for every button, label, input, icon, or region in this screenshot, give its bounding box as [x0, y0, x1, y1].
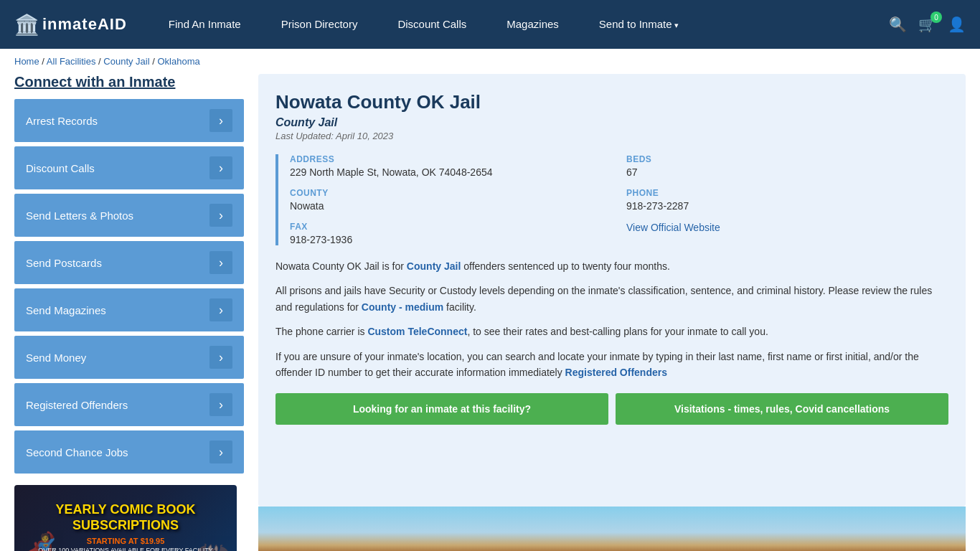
- site-header: 🏛️ inmateAID Find An Inmate Prison Direc…: [0, 0, 980, 49]
- arrow-icon-discount-calls: ›: [209, 156, 232, 179]
- header-icons: 🔍 🛒 0 👤: [889, 16, 966, 33]
- sidebar-label-send-magazines: Send Magazines: [26, 304, 106, 316]
- breadcrumb-state[interactable]: Oklahoma: [157, 56, 199, 67]
- phone-label: PHONE: [626, 188, 948, 198]
- main-layout: Connect with an Inmate Arrest Records › …: [0, 74, 980, 551]
- fax-value: 918-273-1936: [290, 234, 612, 245]
- sidebar-label-second-chance-jobs: Second Chance Jobs: [26, 446, 128, 458]
- phone-value: 918-273-2287: [626, 200, 948, 212]
- sidebar-title: Connect with an Inmate: [14, 74, 244, 90]
- county-value: Nowata: [290, 200, 612, 212]
- arrow-icon-registered-offenders: ›: [209, 393, 232, 416]
- nav-find-inmate[interactable]: Find An Inmate: [149, 0, 261, 49]
- description-1: Nowata County OK Jail is for County Jail…: [275, 258, 948, 274]
- arrow-icon-arrest-records: ›: [209, 109, 232, 132]
- sidebar-label-send-money: Send Money: [26, 352, 86, 364]
- sidebar-label-arrest-records: Arrest Records: [26, 115, 98, 127]
- breadcrumb-all-facilities[interactable]: All Facilities: [47, 56, 96, 67]
- cart-icon[interactable]: 🛒 0: [918, 16, 936, 33]
- registered-offenders-link[interactable]: Registered Offenders: [565, 367, 667, 378]
- sidebar-item-registered-offenders[interactable]: Registered Offenders ›: [14, 383, 244, 426]
- facility-info-grid: ADDRESS 229 North Maple St, Nowata, OK 7…: [275, 154, 948, 245]
- county-jail-link[interactable]: County Jail: [407, 260, 461, 272]
- sidebar-item-second-chance-jobs[interactable]: Second Chance Jobs ›: [14, 430, 244, 474]
- sidebar-label-send-letters: Send Letters & Photos: [26, 209, 133, 222]
- beds-label: BEDS: [626, 154, 948, 164]
- user-icon[interactable]: 👤: [948, 16, 966, 33]
- search-icon[interactable]: 🔍: [889, 16, 907, 33]
- logo-text: inmateAID: [42, 15, 127, 34]
- ad-tagline: OVER 100 VARIATIONS AVAILABLE FOR EVERY …: [38, 547, 213, 551]
- breadcrumb: Home / All Facilities / County Jail / Ok…: [0, 49, 980, 74]
- sidebar-item-send-money[interactable]: Send Money ›: [14, 336, 244, 379]
- facility-type: County Jail: [275, 116, 948, 129]
- visitations-button[interactable]: Visitations - times, rules, Covid cancel…: [616, 393, 948, 425]
- sidebar-ad[interactable]: 🦸 🦇 YEARLY COMIC BOOKSUBSCRIPTIONS START…: [14, 485, 237, 551]
- sidebar-item-send-magazines[interactable]: Send Magazines ›: [14, 288, 244, 331]
- cart-badge: 0: [930, 11, 942, 23]
- county-label: COUNTY: [290, 188, 612, 198]
- beds-value: 67: [626, 166, 948, 178]
- arrow-icon-send-postcards: ›: [209, 251, 232, 274]
- action-buttons: Looking for an inmate at this facility? …: [275, 393, 948, 425]
- county-block: COUNTY Nowata: [290, 188, 612, 212]
- looking-for-inmate-button[interactable]: Looking for an inmate at this facility?: [275, 393, 608, 425]
- beds-block: BEDS 67: [626, 154, 948, 178]
- phone-block: PHONE 918-273-2287: [626, 188, 948, 212]
- breadcrumb-home[interactable]: Home: [14, 56, 39, 67]
- sidebar-item-arrest-records[interactable]: Arrest Records ›: [14, 99, 244, 142]
- ad-subtitle: STARTING AT $19.95: [87, 537, 165, 545]
- arrow-icon-send-magazines: ›: [209, 298, 232, 321]
- description-3: The phone carrier is Custom TeleConnect,…: [275, 324, 948, 339]
- sidebar: Connect with an Inmate Arrest Records › …: [14, 74, 244, 551]
- main-nav: Find An Inmate Prison Directory Discount…: [149, 0, 889, 50]
- nav-magazines[interactable]: Magazines: [486, 0, 579, 49]
- arrow-icon-send-letters: ›: [209, 204, 232, 227]
- main-content: Nowata County OK Jail County Jail Last U…: [258, 74, 966, 551]
- description-4: If you are unsure of your inmate's locat…: [275, 349, 948, 381]
- facility-title: Nowata County OK Jail: [275, 91, 948, 113]
- website-link[interactable]: View Official Website: [626, 222, 720, 233]
- fax-block: FAX 918-273-1936: [290, 222, 612, 245]
- county-medium-link[interactable]: County - medium: [362, 301, 443, 313]
- breadcrumb-county-jail[interactable]: County Jail: [103, 56, 149, 67]
- facility-updated: Last Updated: April 10, 2023: [275, 131, 948, 141]
- sidebar-item-discount-calls[interactable]: Discount Calls ›: [14, 146, 244, 189]
- ad-title: YEARLY COMIC BOOKSUBSCRIPTIONS: [55, 502, 195, 533]
- sidebar-label-send-postcards: Send Postcards: [26, 257, 102, 269]
- sidebar-item-send-letters[interactable]: Send Letters & Photos ›: [14, 194, 244, 237]
- arrow-icon-second-chance-jobs: ›: [209, 441, 232, 463]
- address-label: ADDRESS: [290, 154, 612, 164]
- nav-send-to-inmate[interactable]: Send to Inmate: [579, 0, 699, 50]
- sidebar-label-discount-calls: Discount Calls: [26, 162, 95, 174]
- facility-photo: [258, 507, 966, 551]
- address-block: ADDRESS 229 North Maple St, Nowata, OK 7…: [290, 154, 612, 178]
- facility-info-panel: Nowata County OK Jail County Jail Last U…: [258, 74, 966, 507]
- description-2: All prisons and jails have Security or C…: [275, 283, 948, 315]
- nav-discount-calls[interactable]: Discount Calls: [377, 0, 486, 49]
- website-block: View Official Website: [626, 222, 948, 245]
- sidebar-item-send-postcards[interactable]: Send Postcards ›: [14, 241, 244, 284]
- nav-prison-directory[interactable]: Prison Directory: [261, 0, 378, 49]
- teleconnect-link[interactable]: Custom TeleConnect: [367, 326, 467, 337]
- facility-building-image: [258, 507, 966, 551]
- fax-label: FAX: [290, 222, 612, 232]
- arrow-icon-send-money: ›: [209, 346, 232, 369]
- address-value: 229 North Maple St, Nowata, OK 74048-265…: [290, 166, 612, 178]
- sidebar-label-registered-offenders: Registered Offenders: [26, 399, 128, 411]
- logo[interactable]: 🏛️ inmateAID: [14, 13, 127, 37]
